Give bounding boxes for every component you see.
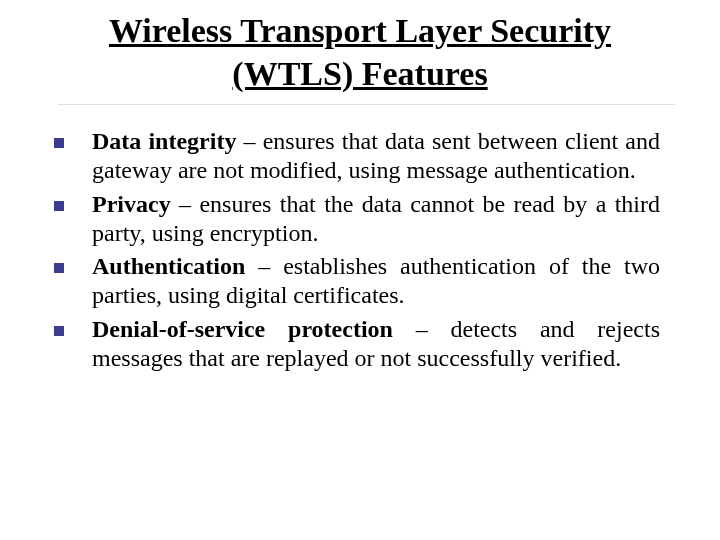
item-term: Privacy [92, 191, 171, 217]
title-underline [58, 103, 675, 105]
item-desc: – ensures that the data cannot be read b… [92, 191, 660, 246]
item-text: Denial-of-service protection – detects a… [92, 315, 660, 374]
bullet-icon [54, 326, 64, 336]
bullet-icon [54, 201, 64, 211]
item-term: Denial-of-service protection [92, 316, 393, 342]
list-item: Authentication – establishes authenticat… [50, 252, 660, 311]
list-item: Privacy – ensures that the data cannot b… [50, 190, 660, 249]
item-text: Authentication – establishes authenticat… [92, 252, 660, 311]
item-text: Data integrity – ensures that data sent … [92, 127, 660, 186]
item-term: Authentication [92, 253, 245, 279]
item-text: Privacy – ensures that the data cannot b… [92, 190, 660, 249]
list-item: Denial-of-service protection – detects a… [50, 315, 660, 374]
bullet-icon [54, 138, 64, 148]
list-item: Data integrity – ensures that data sent … [50, 127, 660, 186]
content-area: Data integrity – ensures that data sent … [30, 127, 690, 373]
slide: Wireless Transport Layer Security (WTLS)… [0, 0, 720, 540]
bullet-icon [54, 263, 64, 273]
slide-title: Wireless Transport Layer Security (WTLS)… [30, 10, 690, 107]
item-term: Data integrity [92, 128, 236, 154]
